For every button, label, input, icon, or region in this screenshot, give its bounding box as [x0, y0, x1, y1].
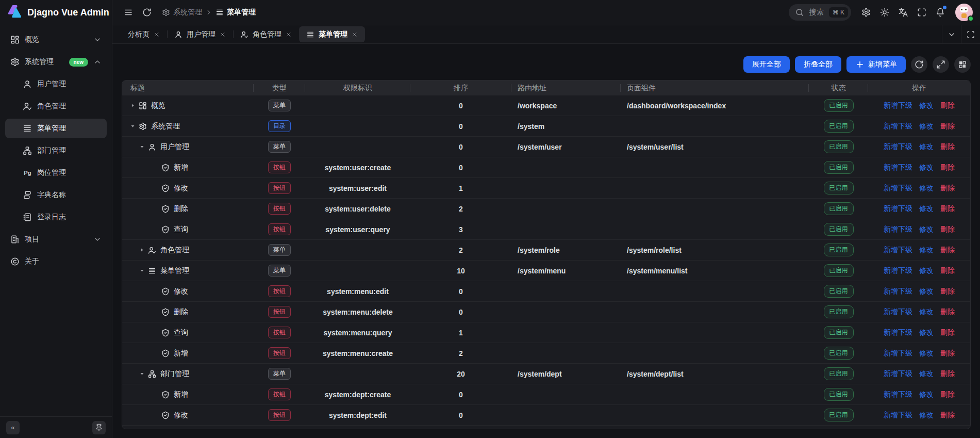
close-icon[interactable]	[154, 31, 160, 38]
action-delete[interactable]: 删除	[940, 184, 955, 193]
action-delete[interactable]: 删除	[940, 328, 955, 337]
action-edit[interactable]: 修改	[919, 184, 934, 193]
search-input[interactable]: 搜索 ⌘ K	[789, 4, 851, 21]
sidebar-item-dict[interactable]: 字典名称	[5, 185, 107, 205]
action-add-child[interactable]: 新增下级	[884, 204, 912, 214]
fullscreen-button[interactable]	[914, 5, 929, 20]
notifications-button[interactable]	[933, 5, 948, 20]
sidebar-item-posts[interactable]: Pg岗位管理	[5, 163, 107, 183]
action-add-child[interactable]: 新增下级	[884, 287, 912, 296]
sidebar-item-about[interactable]: 关于	[5, 252, 107, 271]
action-edit[interactable]: 修改	[919, 163, 934, 172]
action-add-child[interactable]: 新增下级	[884, 225, 912, 234]
expand-caret-icon[interactable]	[129, 102, 139, 109]
settings-button[interactable]	[858, 5, 874, 20]
tab-list-dropdown-button[interactable]	[942, 25, 961, 43]
tab-users[interactable]: 用户管理	[167, 25, 233, 43]
table-refresh-button[interactable]	[911, 56, 927, 73]
action-add-child[interactable]: 新增下级	[884, 163, 912, 172]
action-delete[interactable]: 删除	[940, 411, 955, 420]
action-delete[interactable]: 删除	[940, 287, 955, 296]
tab-menus[interactable]: 菜单管理	[299, 26, 365, 42]
sidebar-item-system[interactable]: 系统管理new	[5, 52, 107, 72]
sidebar-item-menus[interactable]: 菜单管理	[5, 119, 107, 138]
sidebar-item-depts[interactable]: 部门管理	[5, 141, 107, 160]
action-delete[interactable]: 删除	[940, 225, 955, 234]
sidebar-collapse-button[interactable]: «	[6, 421, 20, 434]
language-button[interactable]	[895, 5, 911, 20]
action-edit[interactable]: 修改	[919, 204, 934, 214]
action-edit[interactable]: 修改	[919, 390, 934, 399]
action-edit[interactable]: 修改	[919, 266, 934, 275]
expand-all-button[interactable]: 展开全部	[743, 56, 790, 73]
expand-caret-icon[interactable]	[129, 123, 139, 129]
close-icon[interactable]	[286, 31, 292, 38]
action-edit[interactable]: 修改	[919, 101, 934, 110]
action-add-child[interactable]: 新增下级	[884, 142, 912, 152]
breadcrumb-item-system[interactable]: 系统管理	[162, 8, 202, 17]
action-delete[interactable]: 删除	[940, 101, 955, 110]
action-edit[interactable]: 修改	[919, 328, 934, 337]
sidebar-item-roles[interactable]: 角色管理	[5, 96, 107, 116]
cell-title: 查询	[122, 219, 254, 239]
cell-component: /system/role/list	[621, 240, 809, 260]
action-add-child[interactable]: 新增下级	[884, 266, 912, 275]
column-settings-button[interactable]	[954, 56, 971, 73]
action-add-child[interactable]: 新增下级	[884, 349, 912, 358]
action-add-child[interactable]: 新增下级	[884, 328, 912, 337]
add-menu-button[interactable]: 新增菜单	[846, 56, 906, 73]
close-icon[interactable]	[220, 31, 226, 38]
action-edit[interactable]: 修改	[919, 287, 934, 296]
refresh-page-button[interactable]	[139, 5, 155, 20]
action-add-child[interactable]: 新增下级	[884, 369, 912, 379]
tab-analysis[interactable]: 分析页	[121, 25, 167, 43]
expand-caret-icon[interactable]	[139, 247, 148, 253]
action-add-child[interactable]: 新增下级	[884, 122, 912, 131]
content-maximize-button[interactable]	[961, 25, 980, 43]
action-edit[interactable]: 修改	[919, 349, 934, 358]
action-add-child[interactable]: 新增下级	[884, 184, 912, 193]
action-delete[interactable]: 删除	[940, 369, 955, 379]
action-edit[interactable]: 修改	[919, 246, 934, 255]
action-delete[interactable]: 删除	[940, 390, 955, 399]
action-edit[interactable]: 修改	[919, 225, 934, 234]
sidebar-item-logs[interactable]: 登录日志	[5, 207, 107, 227]
logo[interactable]: Djagno Vue Admin	[0, 0, 112, 25]
action-add-child[interactable]: 新增下级	[884, 390, 912, 399]
action-add-child[interactable]: 新增下级	[884, 101, 912, 110]
svg-text:Pg: Pg	[24, 170, 31, 176]
action-add-child[interactable]: 新增下级	[884, 307, 912, 317]
action-delete[interactable]: 删除	[940, 142, 955, 152]
expand-caret-icon[interactable]	[139, 370, 148, 377]
table-row: 修改按钮system:menu:edit0已启用新增下级修改删除	[122, 281, 970, 302]
avatar[interactable]	[955, 4, 973, 21]
sidebar-item-overview[interactable]: 概览	[5, 30, 107, 50]
sidebar-item-users[interactable]: 用户管理	[5, 74, 107, 94]
sidebar-toggle-button[interactable]	[121, 5, 136, 20]
sidebar-item-project[interactable]: 项目	[5, 230, 107, 249]
action-add-child[interactable]: 新增下级	[884, 246, 912, 255]
breadcrumb-item-menus[interactable]: 菜单管理	[215, 8, 256, 17]
action-delete[interactable]: 删除	[940, 122, 955, 131]
close-icon[interactable]	[352, 31, 358, 38]
collapse-all-button[interactable]: 折叠全部	[795, 56, 841, 73]
action-delete[interactable]: 删除	[940, 204, 955, 214]
action-delete[interactable]: 删除	[940, 163, 955, 172]
tab-roles[interactable]: 角色管理	[233, 25, 299, 43]
action-add-child[interactable]: 新增下级	[884, 411, 912, 420]
table-fullscreen-button[interactable]	[933, 56, 949, 73]
action-delete[interactable]: 删除	[940, 266, 955, 275]
expand-caret-icon[interactable]	[139, 267, 148, 274]
action-delete[interactable]: 删除	[940, 246, 955, 255]
theme-toggle-button[interactable]	[877, 5, 892, 20]
action-edit[interactable]: 修改	[919, 142, 934, 152]
action-edit[interactable]: 修改	[919, 122, 934, 131]
action-edit[interactable]: 修改	[919, 307, 934, 317]
sidebar-pin-button[interactable]	[92, 421, 106, 434]
action-edit[interactable]: 修改	[919, 369, 934, 379]
expand-caret-icon[interactable]	[139, 143, 148, 150]
column-header-2: 权限标识	[305, 80, 410, 95]
action-delete[interactable]: 删除	[940, 307, 955, 317]
action-edit[interactable]: 修改	[919, 411, 934, 420]
action-delete[interactable]: 删除	[940, 349, 955, 358]
